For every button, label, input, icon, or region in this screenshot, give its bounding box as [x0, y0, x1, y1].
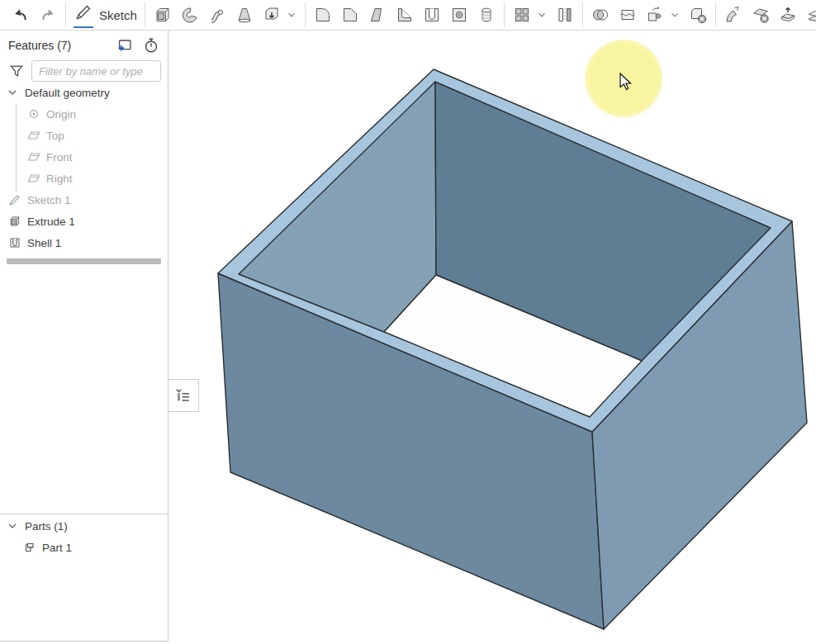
feature-item-label: Shell 1 — [27, 237, 61, 249]
part-icon — [23, 541, 36, 554]
sketch-button[interactable]: Sketch — [74, 2, 137, 28]
plane-icon — [27, 150, 40, 163]
feature-item-label: Extrude 1 — [27, 215, 75, 228]
features-panel-header: Features (7) — [8, 35, 161, 56]
chevron-down-icon[interactable] — [6, 86, 19, 99]
toolbar-group — [504, 2, 582, 27]
feature-tree: Default geometryOriginTopFrontRightSketc… — [0, 82, 168, 253]
part-item-part-1[interactable]: Part 1 — [0, 537, 168, 558]
toolbar-group: Sketch — [65, 2, 145, 27]
plane-icon — [27, 129, 40, 142]
parts-header-row[interactable]: Parts (1) — [0, 515, 168, 537]
redo-icon[interactable] — [38, 5, 58, 25]
part-item-label: Part 1 — [42, 542, 72, 554]
chamfer-icon[interactable] — [340, 5, 360, 25]
delete-face-icon[interactable] — [751, 5, 771, 25]
chevron-down-icon[interactable] — [6, 519, 19, 533]
parts-title: Parts (1) — [25, 520, 68, 533]
pencil-icon — [8, 193, 21, 206]
stopwatch-icon[interactable] — [141, 36, 161, 55]
fillet-icon[interactable] — [313, 5, 333, 25]
filter-funnel-icon[interactable] — [8, 63, 25, 79]
feature-item-extrude-1[interactable]: Extrude 1 — [0, 211, 168, 232]
parts-list: Part 1 — [0, 537, 168, 558]
chevron-down-icon[interactable] — [536, 5, 548, 25]
panel-collapse-tab[interactable] — [168, 379, 199, 412]
feature-item-right[interactable]: Right — [0, 168, 168, 189]
feature-toolbar: Sketch — [0, 0, 816, 31]
thicken-icon[interactable] — [262, 5, 282, 25]
origin-icon — [27, 107, 40, 121]
undo-icon[interactable] — [11, 5, 31, 25]
boolean-icon[interactable] — [591, 5, 610, 25]
feature-item-label: Top — [46, 130, 64, 142]
move-face-icon[interactable] — [778, 5, 798, 25]
shell-icon[interactable] — [422, 5, 442, 25]
toolbar-group — [145, 2, 305, 27]
extrude-solid-icon — [8, 215, 21, 228]
tree-connector-line — [16, 103, 17, 192]
parts-divider — [0, 514, 168, 514]
extrude-icon[interactable] — [153, 5, 173, 25]
cylinder-icon[interactable] — [477, 5, 496, 25]
delete-part-icon[interactable] — [688, 5, 708, 25]
filter-row — [8, 59, 161, 83]
feature-item-label: Origin — [46, 108, 76, 121]
feature-item-top[interactable]: Top — [0, 125, 168, 146]
replace-face-icon[interactable] — [805, 5, 816, 25]
toolbar-group — [715, 2, 816, 27]
chevron-down-icon[interactable] — [669, 5, 681, 25]
app-window: Sketch Features (7) Default geometryOrig… — [0, 0, 816, 644]
revolve-icon[interactable] — [180, 5, 200, 25]
rollback-bar[interactable] — [7, 258, 161, 264]
features-panel-title: Features (7) — [8, 39, 108, 52]
feature-item-front[interactable]: Front — [0, 146, 168, 168]
feature-item-default-geometry[interactable]: Default geometry — [0, 82, 168, 103]
modify-fillet-icon[interactable] — [723, 5, 743, 25]
sketch-active-underline — [74, 2, 93, 28]
toolbar-group — [3, 2, 65, 27]
feature-item-label: Right — [46, 173, 73, 185]
sweep-icon[interactable] — [207, 5, 227, 25]
feature-item-sketch-1[interactable]: Sketch 1 — [0, 189, 168, 211]
feature-item-shell-1[interactable]: Shell 1 — [0, 232, 168, 253]
hole-icon[interactable] — [449, 5, 469, 25]
toolbar-group — [582, 2, 715, 27]
linear-pattern-icon[interactable] — [512, 5, 532, 25]
feature-item-label: Default geometry — [25, 87, 110, 99]
split-icon[interactable] — [618, 5, 638, 25]
features-panel: Features (7) Default geometryOriginTopFr… — [0, 30, 168, 642]
plane-icon — [27, 172, 40, 185]
add-folder-icon[interactable] — [115, 36, 135, 55]
feature-item-origin[interactable]: Origin — [0, 103, 168, 125]
rib-icon[interactable] — [395, 5, 415, 25]
transform-icon[interactable] — [645, 5, 665, 25]
mirror-icon[interactable] — [555, 5, 575, 25]
parts-section-header: Parts (1) — [0, 515, 168, 537]
loft-icon[interactable] — [235, 5, 254, 25]
draft-icon[interactable] — [368, 5, 387, 25]
chevron-down-icon[interactable] — [286, 5, 297, 25]
filter-input[interactable] — [31, 60, 161, 82]
toolbar-group — [305, 2, 504, 27]
sketch-pencil-icon — [74, 2, 93, 22]
feature-item-label: Sketch 1 — [27, 194, 71, 206]
sketch-button-label: Sketch — [99, 8, 137, 22]
feature-item-label: Front — [46, 151, 73, 163]
shell-solid-icon — [8, 236, 21, 249]
